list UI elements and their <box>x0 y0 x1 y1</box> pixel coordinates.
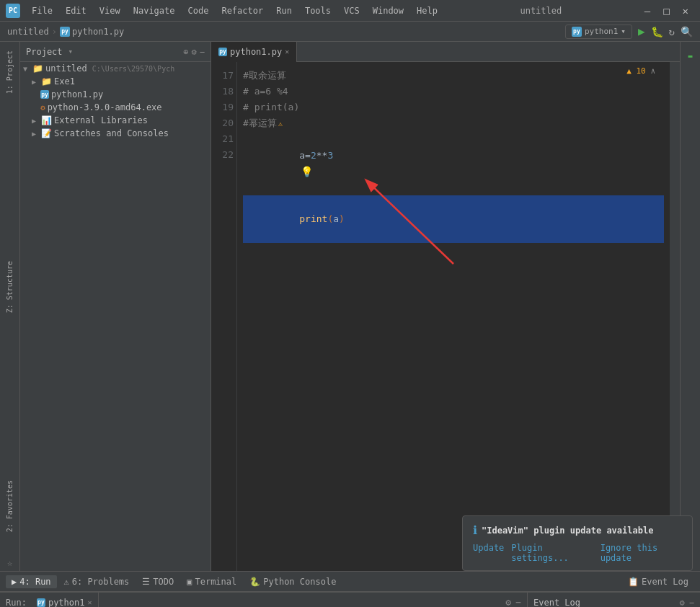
run-label: Run: <box>6 598 27 608</box>
menu-navigate[interactable]: Navigate <box>128 4 181 17</box>
editor-scrollbar[interactable] <box>670 62 680 571</box>
run-button[interactable]: ▶ <box>638 25 645 38</box>
menu-refactor[interactable]: Refactor <box>216 4 269 17</box>
project-panel-header: Project ▾ ⊕ ⚙ − <box>20 42 211 62</box>
python-icon: py <box>572 27 582 37</box>
project-panel: Project ▾ ⊕ ⚙ − ▼ 📁 untitled C:\Users\29… <box>20 42 211 571</box>
tab-python-console[interactable]: 🐍 Python Console <box>244 575 342 588</box>
bottom-area: Run: py python1 ✕ ⚙ − ▶ ↑ ■ ↓ ⊞ 📌 🖨 🗑 <box>0 591 700 607</box>
run-tab-python1[interactable]: py python1 ✕ <box>31 593 99 608</box>
editor-content[interactable]: 17 18 19 20 21 22 ▲ 10 ∧ #取余运算 # a=6 %4 … <box>211 62 680 571</box>
menu-code[interactable]: Code <box>182 4 215 17</box>
menu-bar: PC File Edit View Navigate Code Refactor… <box>0 0 700 22</box>
tree-path: C:\Users\29570\Pych <box>92 65 174 73</box>
notification-ignore-link[interactable]: Ignore this update <box>601 543 682 563</box>
library-icon: 📊 <box>41 115 52 125</box>
tab-event-log[interactable]: 📋 Event Log <box>622 575 694 588</box>
line-numbers: 17 18 19 20 21 22 <box>211 62 237 571</box>
main-content: 1: Project Z: Structure 2: Favorites ☆ P… <box>0 42 700 571</box>
minus-icon[interactable]: − <box>200 47 205 57</box>
debug-button[interactable]: 🐛 <box>651 26 663 37</box>
folder-icon: 📁 <box>41 76 52 87</box>
python-file-icon: py <box>40 90 49 99</box>
tree-label-external-libraries: External Libraries <box>54 115 148 125</box>
notification-info-icon: ℹ <box>473 523 477 537</box>
breadcrumb-project[interactable]: untitled <box>7 27 49 37</box>
tree-item-exe1[interactable]: ▶ 📁 Exe1 <box>20 75 211 88</box>
tab-file-icon: py <box>218 48 227 56</box>
menu-window[interactable]: Window <box>367 4 409 17</box>
run-settings-icon[interactable]: ⚙ <box>505 597 511 607</box>
menu-view[interactable]: View <box>94 4 126 17</box>
right-sidebar-icon1[interactable]: ▬ <box>683 48 699 63</box>
maximize-button[interactable]: □ <box>657 4 675 18</box>
tree-item-external-libraries[interactable]: ▶ 📊 External Libraries <box>20 114 211 127</box>
tab-todo[interactable]: ☰ TODO <box>136 575 180 588</box>
menu-run[interactable]: Run <box>270 4 298 17</box>
menu-vcs[interactable]: VCS <box>338 4 365 17</box>
menu-file[interactable]: File <box>26 4 58 17</box>
close-button[interactable]: ✕ <box>677 4 694 18</box>
event-log-gear-icon[interactable]: ⚙ <box>680 598 685 608</box>
right-sidebar: ▬ <box>680 42 700 571</box>
sidebar-project-label[interactable]: 1: Project <box>6 48 14 97</box>
notification-header: ℹ "IdeaVim" plugin update available <box>473 523 682 537</box>
todo-tab-icon: ☰ <box>142 577 150 587</box>
notification-popup: ℹ "IdeaVim" plugin update available Upda… <box>462 515 693 571</box>
code-line-21: a=2**3 💡 <box>243 132 664 196</box>
run-tab-icon: ▶ <box>12 577 17 587</box>
tree-label-untitled: untitled <box>45 63 87 74</box>
code-line-19: # print(a) <box>243 99 664 115</box>
notification-title: "IdeaVim" plugin update available <box>482 526 653 536</box>
app-logo: PC <box>6 4 20 18</box>
expand-arrow-icon: ▶ <box>32 117 39 125</box>
expand-arrow-icon: ▶ <box>32 78 39 86</box>
tab-close-button[interactable]: ✕ <box>285 48 289 56</box>
code-line-20: #幂运算⚠ <box>243 115 664 132</box>
folder-icon: 📁 <box>32 63 43 74</box>
project-panel-title: Project <box>26 47 63 57</box>
menu-help[interactable]: Help <box>411 4 443 17</box>
chevron-down-icon: ▾ <box>621 27 626 36</box>
sidebar-favorites-label[interactable]: 2: Favorites <box>6 477 14 535</box>
tree-label-scratches: Scratches and Consoles <box>54 128 169 138</box>
sidebar-star-icon[interactable]: ☆ <box>2 555 18 571</box>
tree-label-python-exe: python-3.9.0-amd64.exe <box>48 102 162 112</box>
left-sidebar: 1: Project Z: Structure 2: Favorites ☆ <box>0 42 20 571</box>
tree-item-untitled[interactable]: ▼ 📁 untitled C:\Users\29570\Pych <box>20 62 211 75</box>
tree-label-exe1: Exe1 <box>54 76 75 87</box>
bottom-tabs-bar: ▶ 4: Run ⚠ 6: Problems ☰ TODO ▣ Terminal… <box>0 571 700 591</box>
code-line-22: print(a) <box>243 195 664 243</box>
tree-item-scratches[interactable]: ▶ 📝 Scratches and Consoles <box>20 127 211 140</box>
tab-problems[interactable]: ⚠ 6: Problems <box>58 575 136 588</box>
tab-terminal[interactable]: ▣ Terminal <box>181 575 242 588</box>
python-interpreter-selector[interactable]: py python1 ▾ <box>565 25 632 39</box>
search-everywhere-button[interactable]: 🔍 <box>681 26 693 37</box>
minimize-button[interactable]: — <box>639 4 656 18</box>
event-log-title: Event Log <box>533 598 580 608</box>
tab-run[interactable]: ▶ 4: Run <box>6 575 57 588</box>
run-panel-header: Run: py python1 ✕ ⚙ − <box>0 593 527 607</box>
notification-update-link[interactable]: Update <box>473 543 504 563</box>
run-tab-close-button[interactable]: ✕ <box>87 598 92 606</box>
notification-settings-link[interactable]: Plugin settings... <box>511 543 593 563</box>
editor-area: py python1.py ✕ 17 18 19 20 21 22 ▲ 10 ∧… <box>211 42 680 571</box>
warning-count: ▲ 10 ∧ <box>626 66 655 76</box>
sidebar-structure-label[interactable]: Z: Structure <box>6 258 14 316</box>
tree-label-python1py: python1.py <box>51 89 103 99</box>
breadcrumb-file[interactable]: py python1.py <box>60 27 124 37</box>
menu-tools[interactable]: Tools <box>299 4 337 17</box>
scope-icon[interactable]: ⊕ <box>183 47 188 57</box>
menu-edit[interactable]: Edit <box>60 4 92 17</box>
gear-icon[interactable]: ⚙ <box>192 47 197 57</box>
event-log-tab-icon: 📋 <box>628 577 639 587</box>
run-close-icon[interactable]: − <box>515 597 521 607</box>
project-dropdown-icon[interactable]: ▾ <box>68 47 74 56</box>
code-body[interactable]: ▲ 10 ∧ #取余运算 # a=6 %4 # print(a) #幂运算⚠ a… <box>237 62 670 571</box>
tree-item-python-exe[interactable]: ⚙ python-3.9.0-amd64.exe <box>20 101 211 114</box>
tree-item-python1py[interactable]: py python1.py <box>20 88 211 101</box>
editor-tab-python1py[interactable]: py python1.py ✕ <box>211 42 297 62</box>
more-actions-button[interactable]: ↻ <box>669 26 675 37</box>
breadcrumb-separator: › <box>52 27 57 37</box>
event-log-minus-icon[interactable]: − <box>689 598 694 608</box>
